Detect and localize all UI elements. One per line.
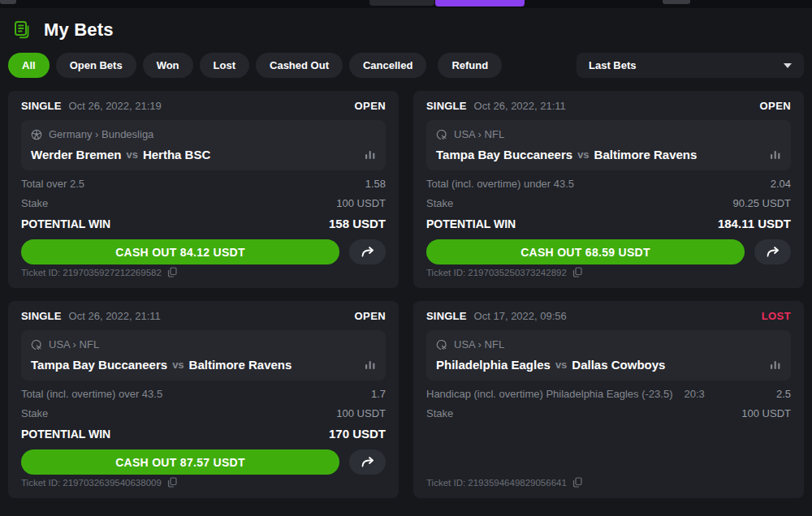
home-team: Tampa Bay Buccaneers	[31, 358, 167, 372]
market-row: Total (incl. overtime) over 43.5 1.7	[21, 388, 386, 400]
sort-dropdown[interactable]: Last Bets	[577, 53, 804, 78]
american-football-icon	[436, 129, 447, 140]
filter-lost[interactable]: Lost	[200, 53, 249, 78]
stake-row: Stake 90.25 USDT	[426, 197, 791, 209]
vs-label: vs	[577, 148, 589, 161]
stats-icon[interactable]	[365, 360, 376, 370]
ticket-id: Ticket ID: 2197032639540638009	[21, 478, 162, 488]
potential-win-row: POTENTIAL WIN 170 USDT	[21, 427, 386, 441]
copy-icon[interactable]	[572, 477, 582, 488]
cashout-button[interactable]: CASH OUT 68.59 USDT	[426, 239, 745, 264]
match-row: Tampa Bay Buccaneers vs Baltimore Ravens	[436, 148, 781, 161]
stake-label: Stake	[21, 407, 48, 419]
bet-card-2: SINGLE Oct 26, 2022, 21:11 OPEN USA › NF…	[413, 91, 804, 288]
bet-date: Oct 26, 2022, 21:11	[69, 310, 161, 322]
vs-label: vs	[126, 148, 137, 161]
filter-open-bets[interactable]: Open Bets	[56, 53, 136, 78]
bet-date: Oct 17, 2022, 09:56	[474, 310, 567, 322]
cashout-button[interactable]: CASH OUT 87.57 USDT	[21, 449, 339, 475]
share-arrow-icon	[361, 456, 375, 468]
bet-type: SINGLE	[21, 100, 62, 112]
ticket-id: Ticket ID: 2193594649829056641	[426, 478, 567, 488]
stake-label: Stake	[21, 197, 48, 209]
ticket-row: Ticket ID: 2193594649829056641	[426, 477, 791, 488]
filter-cancelled[interactable]: Cancelled	[349, 53, 426, 78]
bet-card-4: SINGLE Oct 17, 2022, 09:56 LOST USA › NF…	[413, 301, 804, 498]
market-label: Total (incl. overtime) over 43.5	[21, 388, 162, 400]
share-arrow-icon	[361, 246, 375, 258]
filter-refund[interactable]: Refund	[438, 53, 502, 78]
chevron-down-icon	[784, 63, 792, 68]
nav-logo-fragment	[0, 0, 16, 4]
actions-row: CASH OUT 87.57 USDT	[21, 449, 386, 475]
filter-all[interactable]: All	[8, 53, 50, 78]
league-label: Germany › Bundesliga	[49, 128, 153, 140]
my-bets-icon	[12, 19, 33, 41]
league-label: USA › NFL	[454, 338, 504, 350]
potential-win-value: 170 USDT	[329, 427, 386, 441]
market-row: Total over 2.5 1.58	[21, 178, 386, 190]
event-box: USA › NFL Tampa Bay Buccaneers vs Baltim…	[21, 330, 386, 381]
bet-card-1: SINGLE Oct 26, 2022, 21:19 OPEN Germany …	[8, 91, 399, 288]
soccer-icon	[31, 129, 42, 140]
market-label: Total over 2.5	[21, 178, 84, 190]
share-button[interactable]	[754, 239, 791, 264]
page-title: My Bets	[44, 19, 114, 41]
potential-win-label: POTENTIAL WIN	[426, 217, 516, 230]
home-team: Tampa Bay Buccaneers	[436, 148, 572, 161]
stake-value: 90.25 USDT	[732, 197, 791, 209]
market-label: Handicap (incl. overtime) Philadelphia E…	[426, 388, 672, 400]
nav-item-fragment-2	[663, 0, 690, 4]
stats-icon[interactable]	[365, 150, 376, 160]
event-box: USA › NFL Tampa Bay Buccaneers vs Baltim…	[426, 120, 791, 170]
potential-win-label: POTENTIAL WIN	[21, 428, 110, 441]
american-football-icon	[31, 339, 42, 350]
bet-type: SINGLE	[426, 310, 467, 322]
ticket-id: Ticket ID: 2197035250373242892	[426, 268, 567, 277]
vs-label: vs	[555, 359, 567, 371]
ticket-row: Ticket ID: 2197035927212269582	[21, 267, 386, 277]
stats-icon[interactable]	[770, 360, 781, 370]
stake-label: Stake	[426, 407, 453, 419]
share-arrow-icon	[766, 246, 780, 258]
home-team: Werder Bremen	[31, 148, 121, 161]
page-header: My Bets	[8, 19, 804, 41]
bet-card-header: SINGLE Oct 17, 2022, 09:56 LOST	[426, 310, 791, 322]
filter-cashed-out[interactable]: Cashed Out	[256, 53, 343, 78]
sort-dropdown-value: Last Bets	[589, 59, 637, 71]
actions-row: CASH OUT 84.12 USDT	[21, 239, 386, 264]
share-button[interactable]	[349, 449, 386, 475]
filter-won[interactable]: Won	[143, 53, 193, 78]
potential-win-row: POTENTIAL WIN 158 USDT	[21, 217, 386, 230]
market-row: Handicap (incl. overtime) Philadelphia E…	[426, 388, 791, 400]
bet-type: SINGLE	[426, 100, 467, 112]
spacer	[426, 419, 791, 477]
bet-date: Oct 26, 2022, 21:19	[69, 100, 162, 112]
nav-active-button-fragment[interactable]	[435, 0, 525, 6]
bets-grid: SINGLE Oct 26, 2022, 21:19 OPEN Germany …	[8, 91, 804, 498]
copy-icon[interactable]	[167, 267, 177, 277]
stats-icon[interactable]	[770, 150, 781, 160]
copy-icon[interactable]	[167, 477, 177, 488]
copy-icon[interactable]	[572, 267, 582, 277]
status-badge: LOST	[762, 310, 791, 322]
potential-win-label: POTENTIAL WIN	[21, 217, 110, 230]
odds-value: 2.04	[771, 178, 791, 190]
bet-card-3: SINGLE Oct 26, 2022, 21:11 OPEN USA › NF…	[8, 301, 399, 498]
home-team: Philadelphia Eagles	[436, 358, 551, 372]
share-button[interactable]	[349, 239, 386, 264]
away-team: Dallas Cowboys	[572, 358, 665, 372]
bet-card-header: SINGLE Oct 26, 2022, 21:11 OPEN	[426, 100, 791, 112]
away-team: Baltimore Ravens	[189, 358, 292, 372]
cashout-button[interactable]: CASH OUT 84.12 USDT	[21, 239, 339, 264]
league-label: USA › NFL	[454, 128, 504, 140]
stake-row: Stake 100 USDT	[426, 407, 791, 419]
league-label: USA › NFL	[49, 338, 99, 350]
potential-win-row: POTENTIAL WIN 184.11 USDT	[426, 217, 791, 230]
ticket-row: Ticket ID: 2197032639540638009	[21, 477, 386, 488]
bet-card-header: SINGLE Oct 26, 2022, 21:11 OPEN	[21, 310, 386, 322]
bet-date: Oct 26, 2022, 21:11	[474, 100, 566, 112]
ticket-row: Ticket ID: 2197035250373242892	[426, 267, 791, 277]
odds-value: 1.58	[365, 178, 386, 190]
potential-win-value: 158 USDT	[329, 217, 386, 230]
